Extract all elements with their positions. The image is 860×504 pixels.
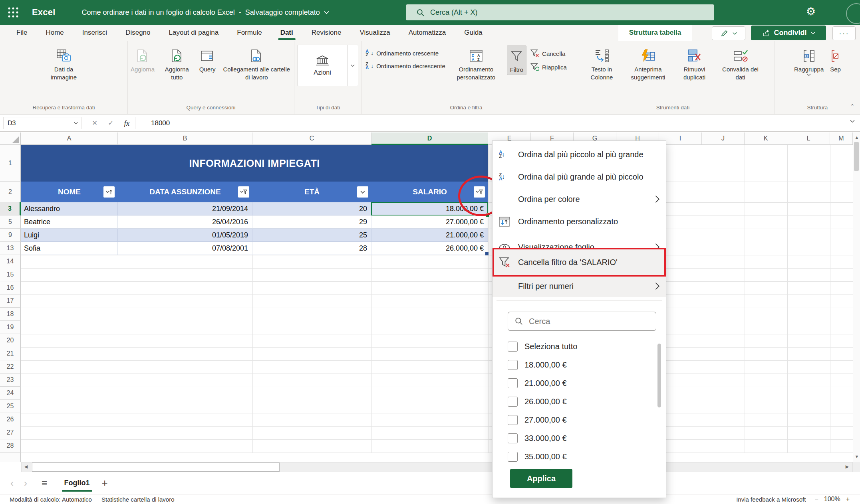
filter-button-data-assunzione[interactable] [238, 186, 249, 198]
tab-formule[interactable]: Formule [228, 25, 271, 41]
document-title[interactable]: Come ordinare i dati in un foglio di cal… [82, 8, 329, 17]
tab-home[interactable]: Home [36, 25, 73, 41]
cell-nome[interactable]: Beatrice [21, 215, 118, 229]
row-header-21[interactable]: 21 [0, 347, 21, 360]
horizontal-scrollbar-thumb[interactable] [32, 462, 280, 472]
zoom-in-icon[interactable]: + [846, 496, 850, 503]
formula-input[interactable]: 18000 [151, 117, 170, 129]
row-header-14[interactable]: 14 [0, 255, 21, 268]
cell-salario[interactable]: 27.000,00 € [371, 215, 488, 229]
checkbox-unchecked-icon[interactable] [508, 378, 518, 388]
rimuovi-duplicati-button[interactable]: Rimuovi duplicati [674, 45, 715, 82]
header-cell-data-assunzione[interactable]: DATA ASSUNZIONE [118, 182, 252, 202]
filter-search-input[interactable]: Cerca [508, 312, 656, 331]
column-header-L[interactable]: L [787, 132, 830, 145]
filter-checkbox-item[interactable]: 27.000,00 € [493, 411, 666, 429]
tab-guida[interactable]: Guida [455, 25, 491, 41]
account-avatar[interactable] [846, 3, 860, 24]
checkbox-unchecked-icon[interactable] [508, 433, 518, 443]
checkbox-unchecked-icon[interactable] [508, 397, 518, 407]
ordinamento-crescente-button[interactable]: AZ↓ Ordinamento crescente [365, 49, 445, 57]
aggiorna-tutto-button[interactable]: Aggiorna tutto [158, 45, 196, 82]
cell-salario[interactable]: 21.000,00 € [371, 229, 488, 242]
filter-button-nome[interactable] [103, 186, 115, 198]
row-header-23[interactable]: 23 [0, 374, 21, 387]
zoom-out-icon[interactable]: − [814, 496, 818, 503]
zoom-level[interactable]: 100% [824, 496, 840, 503]
select-all-corner[interactable] [0, 132, 21, 145]
insert-function-icon[interactable]: fx [124, 119, 130, 128]
row-header-22[interactable]: 22 [0, 360, 21, 374]
tab-file[interactable]: File [7, 25, 36, 41]
tab-inserisci[interactable]: Inserisci [73, 25, 116, 41]
row-header-2[interactable]: 2 [0, 182, 21, 202]
azioni-dropdown[interactable]: Azioni [298, 45, 358, 86]
menu-item-sort-largest[interactable]: ZA↓ Ordina dal più grande al più piccolo [493, 166, 666, 188]
cell-nome[interactable]: Alessandro [21, 202, 118, 215]
anteprima-suggerimenti-button[interactable]: Anteprima suggerimenti [624, 45, 673, 82]
filter-checkbox-item[interactable]: 35.000,00 € [493, 447, 666, 466]
header-cell-eta[interactable]: ETÀ [252, 182, 371, 202]
menu-item-sort-by-color[interactable]: Ordina per colore [493, 188, 666, 210]
table-resize-handle[interactable] [485, 252, 489, 255]
column-header-A[interactable]: A [21, 132, 118, 145]
filter-checkbox-item[interactable]: 26.000,00 € [493, 392, 666, 411]
row-header-1[interactable]: 1 [0, 145, 21, 182]
row-header-25[interactable]: 25 [0, 400, 21, 413]
tab-struttura-tabella[interactable]: Struttura tabella [618, 25, 692, 41]
row-header-17[interactable]: 17 [0, 294, 21, 308]
scroll-down-icon[interactable]: ▼ [853, 454, 860, 459]
cell-salario[interactable]: 26.000,00 € [371, 242, 488, 255]
menu-item-custom-sort[interactable]: Ordinamento personalizzato [493, 210, 666, 233]
confirm-entry-icon[interactable]: ✓ [108, 119, 113, 127]
cell-eta[interactable]: 20 [252, 202, 371, 215]
cell-eta[interactable]: 29 [252, 215, 371, 229]
query-button[interactable]: Query [197, 45, 218, 74]
checkbox-unchecked-icon[interactable] [508, 415, 518, 425]
editing-mode-button[interactable] [712, 26, 745, 40]
filter-checkbox-item[interactable]: 21.000,00 € [493, 374, 666, 392]
tab-disegno[interactable]: Disegno [116, 25, 159, 41]
row-header-15[interactable]: 15 [0, 268, 21, 281]
tab-visualizza[interactable]: Visualizza [350, 25, 399, 41]
scroll-right-icon[interactable]: ▶ [844, 464, 851, 469]
row-header-13[interactable]: 13 [0, 242, 21, 255]
row-header-26[interactable]: 26 [0, 413, 21, 426]
settings-gear-icon[interactable]: ⚙ [806, 5, 816, 18]
tab-revisione[interactable]: Revisione [302, 25, 351, 41]
table-title-cell[interactable]: INFORMAZIONI IMPIEGATI [21, 145, 488, 182]
checkbox-unchecked-icon[interactable] [508, 360, 518, 370]
row-header-18[interactable]: 18 [0, 308, 21, 321]
testo-in-colonne-button[interactable]: Testo in Colonne [581, 45, 623, 82]
header-cell-nome[interactable]: NOME [21, 182, 118, 202]
cell-data[interactable]: 21/09/2014 [118, 202, 252, 215]
cancella-button[interactable]: Cancella [530, 49, 567, 57]
add-sheet-icon[interactable]: + [102, 477, 108, 489]
convalida-dati-button[interactable]: Convalida dei dati [716, 45, 765, 82]
column-header-C[interactable]: C [252, 132, 371, 145]
checkbox-unchecked-icon[interactable] [508, 342, 518, 352]
row-header-16[interactable]: 16 [0, 281, 21, 294]
row-header-19[interactable]: 19 [0, 321, 21, 334]
share-button[interactable]: Condividi [751, 26, 826, 40]
collapse-ribbon-icon[interactable]: ⌃ [850, 103, 855, 109]
row-header-9[interactable]: 9 [0, 229, 21, 242]
column-header-K[interactable]: K [745, 132, 787, 145]
column-header-D[interactable]: D [371, 132, 488, 145]
next-sheet-icon[interactable]: › [24, 478, 27, 489]
ordinamento-personalizzato-button[interactable]: ZAAZ Ordinamento personalizzato [449, 45, 503, 82]
column-header-M[interactable]: M [830, 132, 853, 145]
row-header-3[interactable]: 3 [0, 202, 21, 215]
chevron-down-icon[interactable] [74, 122, 78, 125]
row-header-20[interactable]: 20 [0, 334, 21, 347]
filter-button-eta[interactable] [357, 186, 368, 198]
cell-eta[interactable]: 28 [252, 242, 371, 255]
more-commands-button[interactable]: ··· [832, 26, 856, 40]
name-box[interactable]: D3 [3, 117, 81, 129]
list-scrollbar-thumb[interactable] [657, 344, 661, 407]
prev-sheet-icon[interactable]: ‹ [10, 478, 14, 489]
tab-layout-di-pagina[interactable]: Layout di pagina [160, 25, 228, 41]
collegamenti-cartelle-button[interactable]: Collegamenti alle cartelle di lavoro [219, 45, 294, 82]
ordinamento-decrescente-button[interactable]: ZA↓ Ordinamento decrescente [365, 62, 445, 69]
sheet-tab-foglio1[interactable]: Foglio1 [61, 472, 93, 494]
